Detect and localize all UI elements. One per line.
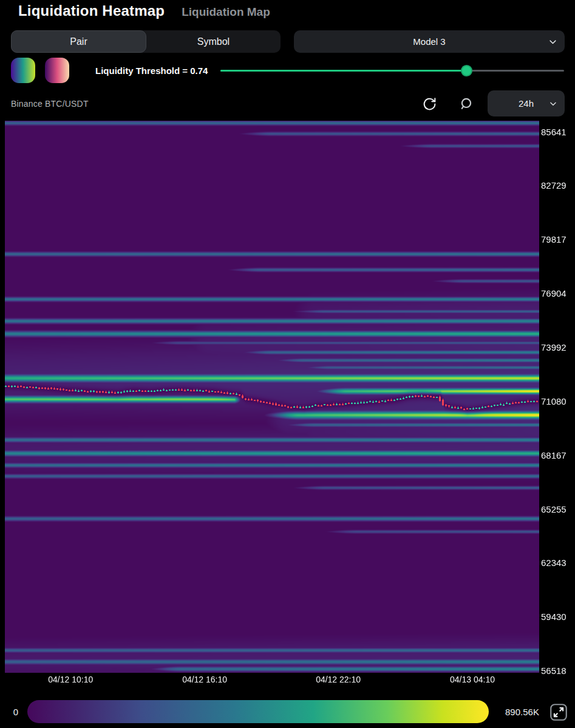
- y-axis-label: 65255: [541, 504, 566, 514]
- tab-pair[interactable]: Pair: [11, 30, 146, 53]
- timeframe-value: 24h: [519, 98, 534, 109]
- fullscreen-button[interactable]: [547, 701, 570, 724]
- liquidation-heatmap-canvas[interactable]: [5, 121, 539, 673]
- pair-label: Binance BTC/USDT: [11, 90, 89, 116]
- liquidity-threshold-label: Liquidity Threshold = 0.74: [95, 58, 208, 83]
- liquidation-map-link[interactable]: Liquidation Map: [182, 5, 270, 19]
- colormap-swatch-viridis[interactable]: [11, 58, 35, 83]
- page-title: Liquidation Heatmap: [18, 2, 165, 19]
- tab-symbol[interactable]: Symbol: [146, 30, 281, 53]
- y-axis-label: 62343: [541, 558, 566, 568]
- x-axis-label: 04/12 16:10: [182, 675, 227, 684]
- y-axis-label: 71080: [541, 396, 566, 406]
- app: Liquidation Heatmap Liquidation Map Pair…: [0, 0, 575, 728]
- y-axis-label: 76904: [541, 288, 566, 298]
- x-axis-label: 04/12 22:10: [316, 675, 361, 684]
- search-button[interactable]: [457, 94, 476, 113]
- refresh-icon: [422, 96, 437, 112]
- y-axis-label: 79817: [541, 234, 566, 244]
- liquidity-threshold-slider[interactable]: [220, 58, 564, 83]
- model-select[interactable]: Model 3: [294, 30, 565, 53]
- y-axis-label: 82729: [541, 180, 566, 190]
- y-axis-label: 85641: [541, 127, 566, 137]
- chevron-down-icon: [549, 99, 557, 108]
- model-select-value: Model 3: [413, 36, 445, 47]
- y-axis-label: 73992: [541, 342, 566, 352]
- colormap-swatch-magma[interactable]: [45, 58, 69, 83]
- time-axis: 04/12 10:1004/12 16:1004/12 22:1004/13 0…: [0, 675, 575, 687]
- fullscreen-icon: [548, 702, 569, 723]
- y-axis-label: 59430: [541, 612, 566, 622]
- colorbar-max-label: 890.56K: [505, 700, 539, 723]
- header: Liquidation Heatmap Liquidation Map: [18, 2, 270, 19]
- timeframe-select[interactable]: 24h: [488, 90, 565, 116]
- search-icon: [459, 96, 474, 112]
- x-axis-label: 04/12 10:10: [48, 675, 93, 684]
- colorbar: [27, 700, 489, 723]
- refresh-button[interactable]: [420, 94, 439, 113]
- slider-thumb[interactable]: [461, 65, 472, 76]
- pair-symbol-tabs: Pair Symbol: [11, 30, 281, 53]
- y-axis-label: 68167: [541, 450, 566, 460]
- x-axis-label: 04/13 04:10: [450, 675, 495, 684]
- chevron-down-icon: [548, 37, 557, 46]
- slider-track-fill: [220, 70, 466, 72]
- colorbar-min-label: 0: [9, 700, 23, 723]
